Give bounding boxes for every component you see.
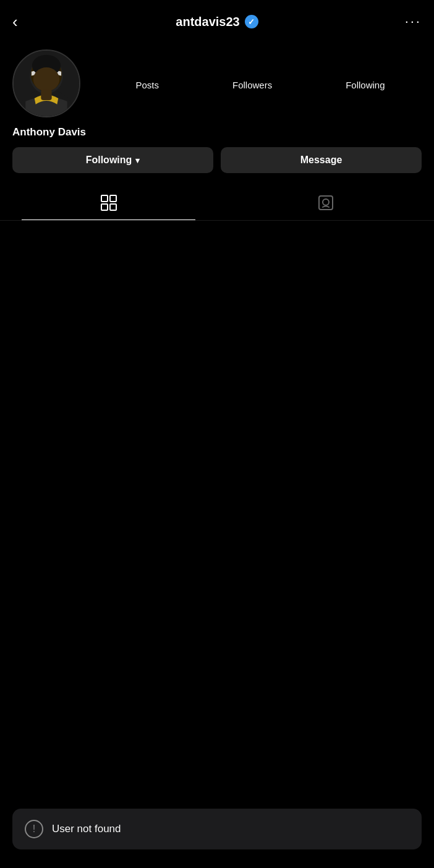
toast-message: User not found	[52, 823, 121, 835]
posts-label: Posts	[135, 80, 159, 90]
display-name: Anthony Davis	[12, 126, 422, 138]
stat-followers[interactable]: Followers	[232, 77, 272, 90]
following-button[interactable]: Following ▾	[12, 147, 213, 173]
more-options-button[interactable]: ···	[397, 14, 422, 30]
svg-rect-10	[110, 204, 116, 210]
error-icon: !	[25, 820, 43, 838]
svg-rect-7	[101, 195, 108, 202]
tabs-bar	[0, 185, 434, 221]
grid-icon	[100, 194, 117, 211]
profile-section: Posts Followers Following Anthony Davis …	[0, 43, 434, 173]
following-button-label: Following	[86, 155, 132, 166]
username-container: antdavis23 ✓	[176, 15, 258, 29]
svg-rect-11	[319, 196, 333, 210]
followers-label: Followers	[232, 80, 272, 90]
svg-point-12	[323, 199, 329, 205]
toast-notification: ! User not found	[12, 809, 422, 849]
back-button[interactable]: ‹	[12, 12, 37, 32]
tab-grid[interactable]	[0, 185, 217, 220]
chevron-down-icon: ▾	[135, 156, 140, 165]
svg-rect-6	[41, 90, 51, 100]
stat-posts[interactable]: Posts	[135, 77, 159, 90]
username-text: antdavis23	[176, 15, 239, 29]
tab-tagged[interactable]	[217, 185, 434, 220]
action-buttons: Following ▾ Message	[12, 147, 422, 173]
svg-point-5	[33, 67, 59, 91]
avatar	[12, 49, 80, 117]
svg-rect-8	[110, 195, 116, 202]
stat-following[interactable]: Following	[346, 77, 385, 90]
header: ‹ antdavis23 ✓ ···	[0, 0, 434, 43]
tagged-icon	[317, 194, 334, 211]
message-button-label: Message	[300, 155, 343, 165]
following-label: Following	[346, 80, 385, 90]
verified-badge: ✓	[245, 15, 258, 28]
content-area	[0, 221, 434, 715]
message-button[interactable]: Message	[221, 147, 422, 173]
stats-row: Posts Followers Following	[99, 77, 422, 90]
svg-rect-9	[101, 204, 108, 210]
profile-top: Posts Followers Following	[12, 49, 422, 117]
